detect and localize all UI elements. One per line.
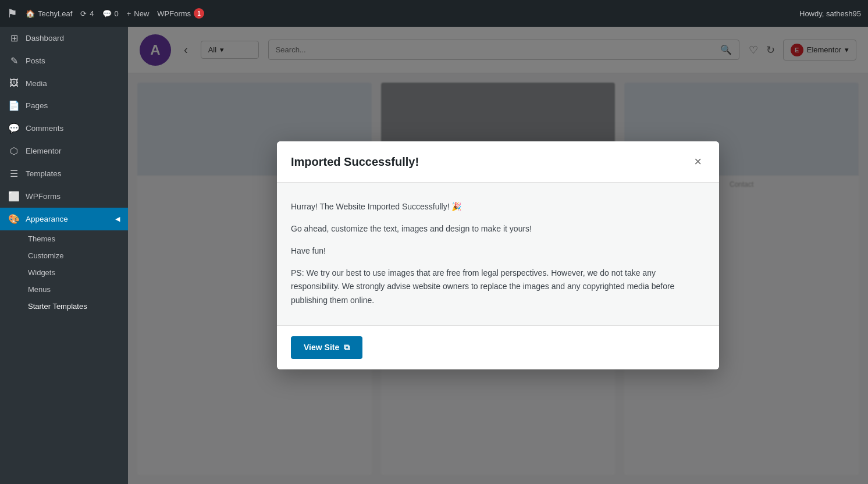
sidebar-label-appearance: Appearance — [26, 215, 68, 223]
sidebar-item-dashboard[interactable]: ⊞ Dashboard — [0, 27, 128, 49]
plus-icon: + — [127, 9, 131, 18]
admin-bar-sync[interactable]: ⟳ 4 — [80, 9, 94, 18]
sidebar-label-wpforms: WPForms — [26, 192, 61, 201]
dashboard-icon: ⊞ — [8, 33, 20, 44]
sidebar-item-starter-templates[interactable]: Starter Templates — [0, 298, 128, 315]
sidebar-label-pages: Pages — [26, 101, 48, 110]
wpforms-badge: 1 — [194, 8, 204, 19]
howdy-text: Howdy, sathesh95 — [799, 9, 861, 18]
templates-icon: ☰ — [8, 168, 20, 179]
sidebar-label-templates: Templates — [26, 169, 62, 178]
sidebar-item-themes[interactable]: Themes — [0, 230, 128, 247]
modal-overlay: Imported Successfully! × Hurray! The Web… — [128, 27, 868, 484]
sidebar-item-widgets[interactable]: Widgets — [0, 264, 128, 281]
comments-count: 0 — [115, 9, 119, 18]
elementor-icon: ⬡ — [8, 145, 20, 156]
external-link-icon: ⧉ — [344, 343, 350, 353]
admin-bar-site[interactable]: 🏠 TechyLeaf — [26, 9, 72, 18]
modal-close-button[interactable]: × — [691, 153, 705, 170]
modal-footer: View Site ⧉ — [277, 325, 719, 369]
sidebar-item-comments[interactable]: 💬 Comments — [0, 117, 128, 140]
wpforms-label: WPForms — [157, 9, 191, 18]
sidebar-label-widgets: Widgets — [28, 268, 55, 277]
sidebar-item-menus[interactable]: Menus — [0, 281, 128, 298]
sync-count: 4 — [90, 9, 94, 18]
admin-bar-new[interactable]: + New — [127, 9, 150, 18]
view-site-label: View Site — [304, 343, 339, 352]
modal-body-line3: Have fun! — [291, 244, 705, 258]
admin-bar-left: ⚑ 🏠 TechyLeaf ⟳ 4 💬 0 + New WPForms 1 — [7, 6, 790, 20]
wp-logo-icon[interactable]: ⚑ — [7, 6, 17, 20]
sidebar-label-elementor: Elementor — [26, 147, 62, 155]
site-name: TechyLeaf — [38, 9, 72, 18]
sidebar-label-posts: Posts — [26, 56, 45, 65]
sidebar-label-comments: Comments — [26, 124, 63, 133]
layout: ⊞ Dashboard ✎ Posts 🖼 Media 📄 Pages 💬 Co… — [0, 0, 868, 484]
sidebar-label-dashboard: Dashboard — [26, 34, 64, 42]
view-site-button[interactable]: View Site ⧉ — [291, 336, 362, 359]
sidebar-item-wpforms[interactable]: ⬜ WPForms — [0, 185, 128, 208]
sidebar-label-menus: Menus — [28, 285, 51, 294]
comments-sidebar-icon: 💬 — [8, 123, 20, 134]
pages-icon: 📄 — [8, 100, 20, 111]
appearance-icon: 🎨 — [8, 213, 20, 225]
modal-body-line4: PS: We try our best to use images that a… — [291, 266, 705, 308]
admin-bar-wpforms[interactable]: WPForms 1 — [157, 8, 204, 19]
sidebar-item-elementor[interactable]: ⬡ Elementor — [0, 140, 128, 162]
sidebar-label-starter-templates: Starter Templates — [28, 302, 87, 311]
new-label: New — [134, 9, 149, 18]
admin-bar-howdy[interactable]: Howdy, sathesh95 — [799, 9, 861, 18]
success-modal: Imported Successfully! × Hurray! The Web… — [277, 141, 719, 369]
modal-header: Imported Successfully! × — [277, 141, 719, 183]
sidebar-item-pages[interactable]: 📄 Pages — [0, 94, 128, 117]
sidebar-item-customize[interactable]: Customize — [0, 247, 128, 264]
sidebar-item-posts[interactable]: ✎ Posts — [0, 49, 128, 72]
admin-bar-comments[interactable]: 💬 0 — [102, 9, 119, 18]
admin-bar: ⚑ 🏠 TechyLeaf ⟳ 4 💬 0 + New WPForms 1 Ho… — [0, 0, 868, 27]
sidebar-item-media[interactable]: 🖼 Media — [0, 72, 128, 94]
comments-icon: 💬 — [102, 9, 112, 18]
site-icon: 🏠 — [26, 9, 35, 18]
sync-icon: ⟳ — [80, 9, 87, 18]
sidebar: ⊞ Dashboard ✎ Posts 🖼 Media 📄 Pages 💬 Co… — [0, 27, 128, 484]
main-content: A ‹ All ▾ 🔍 ♡ ↻ E Elementor ▾ — [128, 27, 868, 484]
appearance-arrow-icon: ◀ — [115, 215, 120, 223]
sidebar-item-templates[interactable]: ☰ Templates — [0, 162, 128, 185]
sidebar-label-customize: Customize — [28, 251, 63, 260]
posts-icon: ✎ — [8, 55, 20, 66]
sidebar-item-appearance[interactable]: 🎨 Appearance ◀ — [0, 208, 128, 230]
modal-body-line1: Hurray! The Website Imported Successfull… — [291, 200, 705, 214]
sidebar-label-media: Media — [26, 79, 47, 88]
modal-body: Hurray! The Website Imported Successfull… — [277, 183, 719, 325]
modal-body-line2: Go ahead, customize the text, images and… — [291, 222, 705, 236]
sidebar-label-themes: Themes — [28, 234, 55, 243]
media-icon: 🖼 — [8, 78, 20, 88]
wpforms-sidebar-icon: ⬜ — [8, 191, 20, 202]
modal-title: Imported Successfully! — [291, 155, 419, 169]
